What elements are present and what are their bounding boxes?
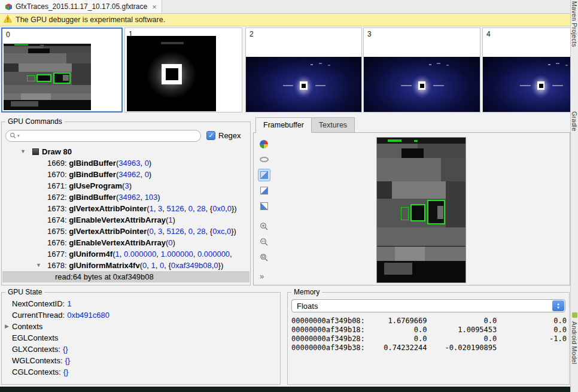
memory-panel: Memory Floats ▲▼ 00000000af349b08:1.6769… [287, 292, 570, 385]
frame-thumbnail-4[interactable]: 4 [482, 28, 570, 113]
android-model-icon [572, 312, 577, 318]
zoom-fit-icon[interactable] [258, 251, 270, 264]
frame-thumbnail-3[interactable]: 3 [363, 28, 480, 113]
render-scene-black [127, 36, 216, 111]
toolwindow-button-android-model[interactable]: Android Model [571, 321, 578, 364]
state-row-glxcontexts[interactable]: GLXContexts:{} [2, 344, 280, 355]
memory-row: 00000000af349b18:0.01.00954530.0 [291, 326, 567, 335]
draw-call-icon [32, 148, 39, 155]
framebuffer-preview-image[interactable] [376, 137, 466, 283]
gpu-command-row[interactable]: 1676: glEnableVertexAttribArray(0) [2, 237, 250, 248]
zoom-actual-icon[interactable] [258, 236, 270, 248]
gpu-state-panel: GPU State NextContextID:1CurrentThread:0… [1, 292, 281, 385]
tab-framebuffer[interactable]: Framebuffer [255, 117, 312, 133]
command-search-input[interactable] [21, 131, 200, 141]
bottom-status-strip [0, 387, 570, 392]
framebuffer-view: » [253, 132, 570, 285]
gpu-state-title: GPU State [5, 288, 44, 296]
tree-group-draw[interactable]: ▼Draw 80 [2, 146, 250, 157]
regex-checkbox[interactable]: ✓ [206, 131, 215, 140]
flip-diagonal-alt-icon[interactable] [258, 200, 270, 212]
memory-row: 00000000af349b28:0.00.0-1.0 [291, 335, 567, 344]
memory-type-value: Floats [297, 302, 318, 311]
right-toolwindow-bar: Maven ProjectsGradleAndroid Model [570, 0, 578, 392]
render-target-icon[interactable] [258, 169, 270, 181]
frame-thumbnail-2[interactable]: 2 [245, 28, 362, 113]
render-scene-gray [4, 44, 91, 110]
warning-text: The GPU debugger is experimental softwar… [16, 16, 165, 24]
gpu-command-row[interactable]: 1675: glVertexAttribPointer(0, 3, 5126, … [2, 226, 250, 237]
frame-image [483, 57, 570, 112]
frame-number: 3 [367, 30, 372, 38]
frame-image [127, 36, 216, 111]
combo-spinner-icon[interactable]: ▲▼ [552, 300, 564, 311]
gpu-commands-title: GPU Commands [5, 117, 65, 126]
frame-number: 2 [250, 30, 254, 38]
framebuffer-toolbar [257, 138, 271, 264]
frame-image [364, 57, 480, 112]
frame-thumbnail-0[interactable]: 0 [1, 28, 123, 113]
frame-number: 1 [129, 30, 133, 38]
frame-image [4, 44, 91, 110]
memory-type-select[interactable]: Floats ▲▼ [291, 299, 565, 312]
state-row-wglcontexts[interactable]: WGLContexts:{} [2, 355, 280, 366]
memory-title: Memory [291, 288, 322, 296]
render-scene-blue [483, 57, 570, 112]
tab-close-icon[interactable]: × [152, 2, 157, 11]
warning-icon [4, 15, 12, 25]
editor-tab-bar: GfxTraces_2015.11.17_10.17.05.gfxtrace × [0, 0, 570, 14]
regex-checkbox-label: Regex [218, 131, 241, 140]
editor-tab-gfxtrace[interactable]: GfxTraces_2015.11.17_10.17.05.gfxtrace × [0, 0, 162, 13]
frame-image [246, 57, 361, 112]
frame-thumbnail-1[interactable]: 1 [124, 28, 242, 113]
frame-filmstrip: 0 1 2 3 [0, 27, 570, 114]
frame-number: 0 [6, 31, 10, 39]
gpu-command-row[interactable]: ▼1678: glUniformMatrix4fv(0, 1, 0, {0xaf… [2, 260, 250, 271]
state-row-cglcontexts[interactable]: CGLContexts:{} [2, 366, 280, 378]
gpu-state-tree: NextContextID:1CurrentThread:0xb491c680▶… [2, 298, 280, 378]
memory-read-detail-row[interactable]: read:64 bytes at 0xaf349b08 [2, 271, 250, 282]
gfxtrace-cube-icon [5, 3, 13, 11]
memory-row: 00000000af349b38:0.74232244-0.020190895 [291, 344, 567, 353]
memory-dump: 00000000af349b08:1.67696690.00.000000000… [291, 317, 567, 353]
state-row-contexts[interactable]: ▶Contexts [2, 321, 280, 332]
toolwindow-button-maven-projects[interactable]: Maven Projects [571, 1, 578, 47]
gpu-command-row[interactable]: 1673: glVertexAttribPointer(1, 3, 5126, … [2, 203, 250, 214]
flip-diagonal-icon[interactable] [258, 184, 270, 197]
tab-textures[interactable]: Textures [312, 117, 355, 133]
render-scene-blue [246, 57, 361, 112]
state-row-eglcontexts[interactable]: EGLContexts [2, 332, 280, 344]
state-row-currentthread[interactable]: CurrentThread:0xb491c680 [2, 309, 280, 321]
memory-row: 00000000af349b08:1.67696690.00.0 [291, 317, 567, 326]
gpu-command-row[interactable]: 1677: glUniform4f(1, 0.000000, 1.000000,… [2, 248, 250, 260]
framebuffer-tab-strip: Framebuffer Textures [255, 117, 355, 133]
command-search-field[interactable]: ▾ [5, 130, 201, 142]
color-channels-icon[interactable] [258, 138, 270, 150]
render-scene-blue [364, 57, 480, 112]
gpu-command-row[interactable]: 1671: glUseProgram(3) [2, 180, 250, 192]
gpu-commands-panel: GPU Commands ▾ ✓ Regex ▼Draw 801669: glB… [1, 121, 251, 285]
search-icon [10, 132, 16, 141]
gpu-command-tree: ▼Draw 801669: glBindBuffer(34963, 0)1670… [2, 146, 250, 284]
gpu-command-row[interactable]: 1669: glBindBuffer(34963, 0) [2, 157, 250, 169]
zoom-in-icon[interactable] [258, 220, 270, 233]
frame-number: 4 [486, 30, 491, 38]
gpu-command-row[interactable]: 1672: glBindBuffer(34962, 103) [2, 192, 250, 203]
wireframe-icon[interactable] [258, 153, 270, 166]
search-options-chevron-icon[interactable]: ▾ [17, 133, 20, 138]
gpu-command-row[interactable]: 1674: glEnableVertexAttribArray(1) [2, 214, 250, 226]
experimental-warning-banner: The GPU debugger is experimental softwar… [0, 14, 570, 26]
gpu-command-row[interactable]: 1670: glBindBuffer(34962, 0) [2, 169, 250, 180]
state-row-nextcontextid[interactable]: NextContextID:1 [2, 298, 280, 309]
render-scene-gray [377, 138, 466, 282]
toolwindow-button-gradle[interactable]: Gradle [571, 111, 578, 131]
editor-tab-title: GfxTraces_2015.11.17_10.17.05.gfxtrace [16, 2, 147, 11]
toolbar-more-chevron-icon[interactable]: » [260, 272, 264, 281]
